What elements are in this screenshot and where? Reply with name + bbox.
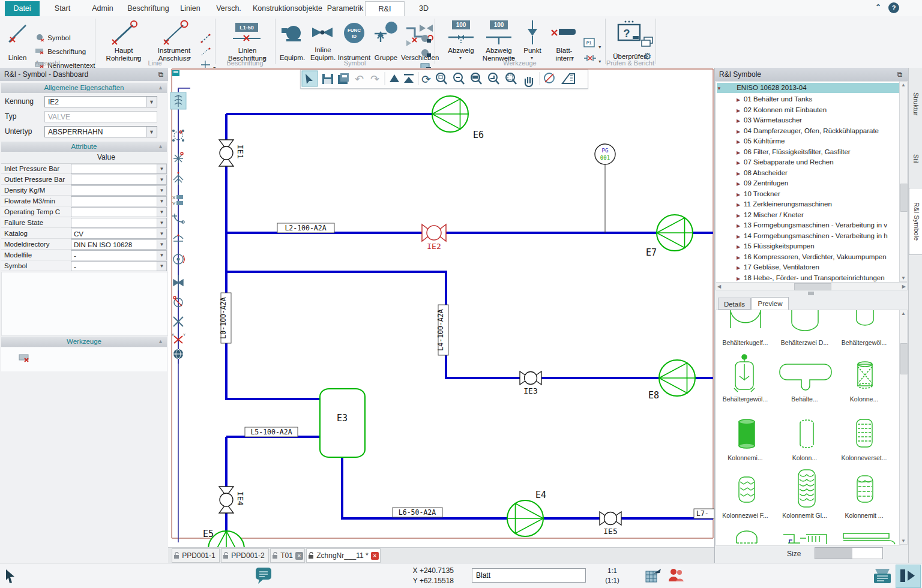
- tree-item[interactable]: ▶11 Zerkleinerungsmaschinen: [737, 199, 900, 209]
- preview-symbol[interactable]: [853, 359, 877, 391]
- valve-ie2-selected[interactable]: [422, 224, 446, 241]
- tree-expand-icon[interactable]: ▶: [737, 127, 744, 136]
- tree-item[interactable]: ▶14 Formgebungsmaschinen - Verarbeitung …: [737, 231, 900, 241]
- tab-ri[interactable]: R&I: [365, 1, 405, 17]
- save-icon[interactable]: [322, 74, 333, 84]
- tab-start[interactable]: Start: [47, 1, 78, 16]
- preview-label[interactable]: Behälterzwei D...: [776, 339, 834, 346]
- line-label-l6[interactable]: L6-50-A2A: [399, 508, 436, 517]
- close-tab-icon[interactable]: ✕: [295, 552, 303, 560]
- tree-expand-icon[interactable]: ▶: [737, 253, 744, 262]
- untertyp-combo[interactable]: ABSPERRHAHN▼: [44, 126, 157, 137]
- preview-label[interactable]: Kolonnemit Gl...: [776, 512, 834, 519]
- preview-symbol[interactable]: [787, 310, 823, 335]
- tree-collapse-icon[interactable]: ▼: [717, 83, 724, 93]
- tree-expand-icon[interactable]: ▶: [737, 116, 744, 125]
- tab-datei[interactable]: Datei: [5, 1, 40, 16]
- preview-symbol[interactable]: [735, 417, 758, 451]
- preview-label[interactable]: Behälte...: [776, 395, 834, 403]
- redo-icon[interactable]: ↷: [370, 73, 379, 85]
- tree-item[interactable]: ▶05 Kühltürme: [737, 136, 900, 146]
- tree-expand-icon[interactable]: ▶: [737, 137, 744, 146]
- valve-ie3[interactable]: [520, 371, 541, 385]
- symbol-lock-1-button[interactable]: [420, 34, 432, 45]
- pan-hand-icon[interactable]: [525, 77, 532, 86]
- side-tab-stil[interactable]: Stil: [909, 146, 922, 172]
- preview-symbol[interactable]: [853, 416, 876, 451]
- tree-item[interactable]: ▶12 Mischer / Kneter: [737, 210, 900, 220]
- dashed-line-button[interactable]: [200, 34, 211, 44]
- next-panel-button[interactable]: [896, 565, 921, 588]
- tree-item[interactable]: ▶08 Abscheider: [737, 168, 900, 178]
- zoom-corner-icon[interactable]: [489, 73, 499, 84]
- preview-label[interactable]: Behältergewöl...: [835, 339, 893, 346]
- chevron-down-icon[interactable]: ▼: [157, 197, 166, 206]
- preview-symbol[interactable]: [794, 467, 819, 509]
- dock-panel-icon[interactable]: [172, 70, 181, 78]
- doc-tab-ppd001-2[interactable]: PPD001-2✕: [221, 548, 269, 563]
- valve-ie4[interactable]: [219, 487, 234, 513]
- sheet-window-button[interactable]: P1 ▾: [583, 38, 601, 50]
- preview-label[interactable]: Kolonnemi...: [716, 454, 774, 461]
- line-label-l2[interactable]: L2-100-A2A: [285, 224, 326, 232]
- chevron-down-icon[interactable]: ▼: [146, 97, 157, 107]
- preview-symbol[interactable]: [728, 353, 763, 394]
- chevron-down-icon[interactable]: ▼: [157, 251, 166, 260]
- tree-expand-icon[interactable]: ▶: [737, 148, 744, 157]
- tab-konstruktionsobjekte[interactable]: Konstruktionsobjekte: [251, 1, 324, 16]
- ribbon-collapse-icon[interactable]: ⌃: [875, 3, 881, 11]
- chevron-down-icon[interactable]: ▼: [157, 240, 166, 249]
- float-panel-icon[interactable]: ⧉: [897, 68, 902, 81]
- grid-table-icon[interactable]: [645, 568, 662, 583]
- chevron-down-icon[interactable]: ▼: [157, 208, 166, 217]
- collapse-section-icon[interactable]: ▲: [158, 337, 163, 347]
- preview-symbol[interactable]: [733, 530, 761, 545]
- side-tab-struktur[interactable]: Struktur: [909, 81, 922, 127]
- pump-e6[interactable]: [432, 96, 468, 132]
- mail-icon[interactable]: [872, 568, 893, 584]
- tab-admin[interactable]: Admin: [87, 1, 118, 16]
- doc-tab-ppd001-1[interactable]: PPD001-1✕: [172, 548, 220, 563]
- tree-expand-icon[interactable]: ▶: [737, 221, 744, 230]
- tree-expand-icon[interactable]: ▶: [737, 232, 744, 241]
- preview-symbol[interactable]: [726, 310, 765, 335]
- zoom-top-icon[interactable]: [404, 74, 414, 83]
- undo-icon[interactable]: ↶: [355, 73, 364, 85]
- preview-label[interactable]: Kolonnemit ...: [835, 512, 893, 519]
- tree-hscrollbar[interactable]: ◀ ▶: [716, 282, 908, 290]
- tree-item[interactable]: ▶17 Gebläse, Ventilatoren: [737, 262, 900, 272]
- comment-bubble-icon[interactable]: [255, 566, 274, 584]
- preview-symbol[interactable]: [735, 473, 758, 506]
- sheet-input[interactable]: [472, 568, 586, 583]
- symbol-lock-2-button[interactable]: [420, 49, 432, 59]
- chevron-down-icon[interactable]: ▼: [157, 218, 166, 227]
- chevron-down-icon[interactable]: ▼: [157, 164, 166, 173]
- tab-details[interactable]: Details: [718, 298, 751, 310]
- zoom-extents-icon[interactable]: [506, 73, 516, 84]
- line-label-l5[interactable]: L5-100-A2A: [250, 428, 292, 436]
- zoom-window-icon[interactable]: [436, 73, 447, 84]
- preview-symbol[interactable]: [779, 362, 834, 393]
- collapse-section-icon[interactable]: ▲: [158, 83, 163, 93]
- tree-item[interactable]: ▶01 Behälter und Tanks: [737, 94, 900, 104]
- tree-expand-icon[interactable]: ▶: [737, 179, 744, 188]
- zoom-out-icon[interactable]: [454, 73, 464, 84]
- line-label-l4[interactable]: L4-100-A2A: [436, 309, 445, 350]
- tree-expand-icon[interactable]: ▶: [737, 190, 744, 199]
- chevron-down-icon[interactable]: ▼: [157, 175, 166, 184]
- tree-item[interactable]: ▶09 Zentrifugen: [737, 178, 900, 188]
- kennung-combo[interactable]: IE2▼: [44, 96, 157, 107]
- chevron-down-icon[interactable]: ▼: [157, 229, 166, 238]
- preview-symbol[interactable]: [842, 531, 897, 545]
- refresh-icon[interactable]: ⟳: [421, 73, 431, 86]
- preview-symbol[interactable]: [797, 418, 817, 449]
- tab-preview[interactable]: Preview: [752, 297, 789, 310]
- tree-expand-icon[interactable]: ▶: [737, 95, 744, 104]
- tab-linien[interactable]: Linien: [175, 1, 205, 16]
- tree-item[interactable]: ▶16 Kompressoren, Verdichter, Vakuumpump…: [737, 252, 900, 262]
- chevron-down-icon[interactable]: ▼: [146, 127, 157, 137]
- tool-globe-icon[interactable]: [173, 349, 183, 359]
- save-as-icon[interactable]: [338, 73, 349, 84]
- doc-tab-active[interactable]: ZchngNr___11 *✕: [306, 548, 381, 563]
- measure-circle-icon[interactable]: [544, 73, 554, 83]
